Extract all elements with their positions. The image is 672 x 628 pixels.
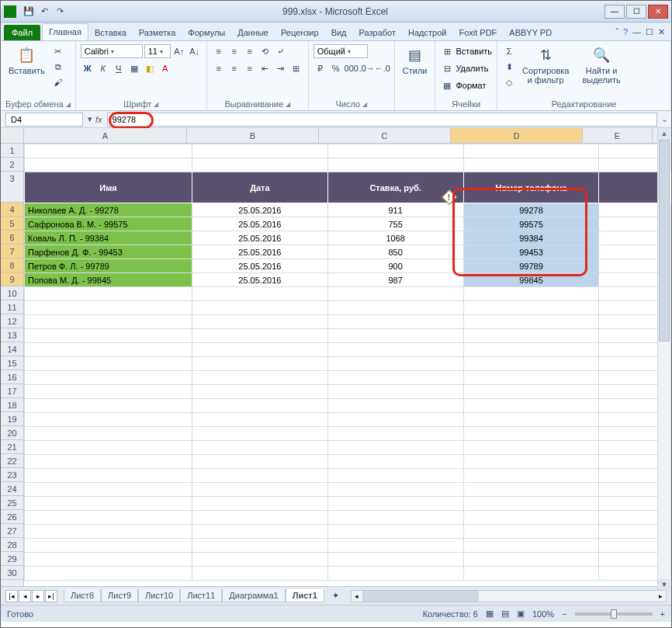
cell[interactable] [192,158,327,172]
sheet-tab[interactable]: Лист11 [180,589,222,602]
cell[interactable] [192,427,327,441]
cell-date[interactable]: 25.05.2016 [192,203,327,217]
font-color-icon[interactable]: A [158,61,172,75]
cell[interactable] [327,399,463,413]
cell[interactable] [192,144,327,158]
cell[interactable] [192,469,327,483]
next-sheet-icon[interactable]: ▸ [32,590,44,602]
increase-indent-icon[interactable]: ⇥ [274,61,288,75]
formula-input[interactable]: 99278 [107,113,657,127]
cell[interactable] [25,343,192,357]
zoom-in-icon[interactable]: + [660,609,665,619]
window-close-icon[interactable]: ✕ [658,27,665,37]
cell[interactable] [25,539,192,553]
fill-color-icon[interactable]: ◧ [143,61,157,75]
merge-icon[interactable]: ⊞ [289,61,303,75]
dialog-launcher-icon[interactable]: ◢ [66,101,71,108]
help-icon[interactable]: ? [623,27,628,37]
tab-review[interactable]: Рецензир [275,25,325,40]
row-header[interactable]: 1 [1,144,23,158]
cell[interactable] [463,343,599,357]
comma-icon[interactable]: 000 [345,61,359,75]
align-middle-icon[interactable]: ≡ [227,44,241,58]
cell-phone[interactable]: 99845 [463,273,599,287]
styles-button[interactable]: ▤ Стили [400,44,431,77]
cell[interactable] [192,525,327,539]
cell[interactable] [25,315,192,329]
minimize-button[interactable]: — [604,5,625,19]
cell-phone[interactable]: 99789 [463,259,599,273]
cell[interactable] [327,511,463,525]
row-header[interactable]: 24 [1,482,23,496]
cell[interactable] [25,525,192,539]
tab-data[interactable]: Данные [231,25,275,40]
cell[interactable] [327,525,463,539]
vertical-scrollbar[interactable]: ▲ ▼ [657,128,670,591]
cell[interactable] [327,497,463,511]
cell[interactable] [463,553,599,567]
row-header[interactable]: 29 [1,552,23,566]
cell[interactable] [463,455,599,469]
cell[interactable] [327,483,463,497]
decrease-indent-icon[interactable]: ⇤ [258,61,272,75]
zoom-out-icon[interactable]: − [562,609,566,619]
wrap-text-icon[interactable]: ⤶ [274,44,288,58]
cell[interactable] [463,441,599,455]
select-all-corner[interactable] [1,128,24,144]
horizontal-scrollbar[interactable]: ◂ ▸ [351,590,667,602]
row-header[interactable]: 27 [1,524,23,538]
cell[interactable] [25,469,192,483]
maximize-button[interactable]: ☐ [626,5,646,19]
sheet-tab[interactable]: Лист1 [286,589,324,602]
cell[interactable] [25,441,192,455]
cell[interactable] [327,301,463,315]
cell[interactable] [25,287,192,301]
cell[interactable] [25,455,192,469]
cell[interactable] [327,329,463,343]
cell[interactable] [463,483,599,497]
cell-rate[interactable]: 755 [327,217,463,231]
cell[interactable] [463,371,599,385]
tab-layout[interactable]: Разметка [133,25,182,40]
cell[interactable] [192,357,327,371]
cell-date[interactable]: 25.05.2016 [192,217,327,231]
row-header[interactable]: 15 [1,356,23,370]
cell-phone[interactable]: 99384 [463,231,599,245]
row-header[interactable]: 10 [1,286,23,300]
cell[interactable] [192,371,327,385]
align-left-icon[interactable]: ≡ [212,61,226,75]
cell[interactable] [192,483,327,497]
number-format-select[interactable]: Общий▾ [313,44,368,58]
scroll-left-icon[interactable]: ◂ [352,591,362,602]
row-header[interactable]: 25 [1,496,23,510]
row-header[interactable]: 22 [1,454,23,468]
cell[interactable] [463,497,599,511]
row-header[interactable]: 8 [1,258,23,272]
inc-decimal-icon[interactable]: .0→ [360,61,374,75]
cell[interactable] [327,441,463,455]
cell[interactable] [192,441,327,455]
cell[interactable] [192,301,327,315]
cell-name[interactable]: Попова М. Д. - 99845 [25,273,192,287]
cell[interactable] [327,553,463,567]
zoom-thumb[interactable] [611,609,617,619]
cell[interactable] [25,385,192,399]
cell-date[interactable]: 25.05.2016 [192,245,327,259]
name-box-dd-icon[interactable]: ▾ [88,114,92,124]
align-center-icon[interactable]: ≡ [227,61,241,75]
cell[interactable] [327,469,463,483]
scroll-right-icon[interactable]: ▸ [655,591,666,602]
zoom-slider[interactable] [575,612,653,616]
row-header[interactable]: 11 [1,300,23,314]
row-header[interactable]: 4 [1,203,23,217]
cell[interactable] [327,413,463,427]
row-header[interactable]: 9 [1,272,23,286]
cell[interactable] [463,385,599,399]
cell[interactable] [192,455,327,469]
italic-icon[interactable]: К [96,61,110,75]
dialog-launcher-icon[interactable]: ◢ [286,101,290,108]
paste-button[interactable]: 📋 Вставить [5,44,48,77]
row-header[interactable]: 28 [1,538,23,552]
column-header-D[interactable]: D [451,128,583,143]
expand-formula-icon[interactable]: ⌄ [657,114,671,124]
